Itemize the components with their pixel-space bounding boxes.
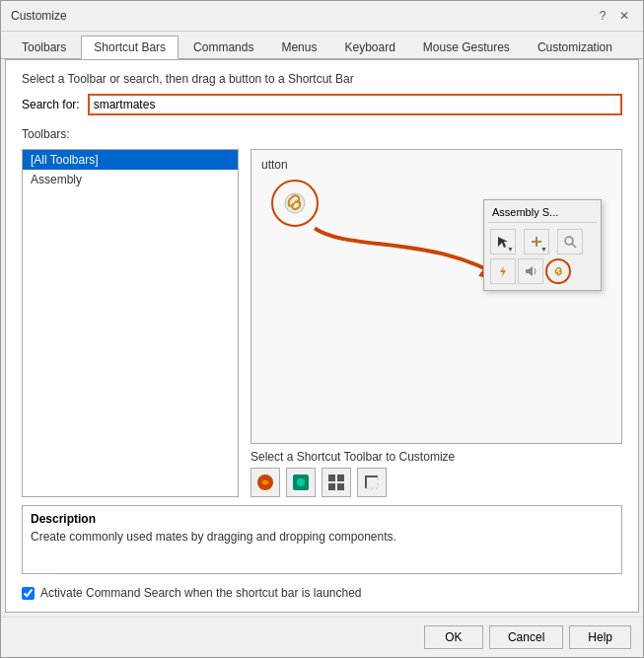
svg-rect-12 bbox=[328, 475, 335, 481]
search-row: Search for: bbox=[22, 94, 622, 115]
toolbars-label: Toolbars: bbox=[22, 127, 622, 141]
assembly-popup: Assembly S... ▼ bbox=[483, 199, 602, 291]
popup-row-2 bbox=[488, 256, 597, 286]
popup-btn-constraint[interactable]: ▼ bbox=[524, 229, 549, 255]
help-footer-button[interactable]: Help bbox=[569, 625, 631, 649]
svg-rect-15 bbox=[337, 483, 344, 490]
tab-keyboard[interactable]: Keyboard bbox=[331, 36, 407, 58]
right-panel: utton bbox=[250, 149, 622, 497]
tab-menus[interactable]: Menus bbox=[268, 36, 329, 58]
search-label: Search for: bbox=[22, 98, 80, 111]
svg-rect-13 bbox=[337, 475, 344, 481]
svg-marker-8 bbox=[500, 266, 506, 277]
popup-row-1: ▼ ▼ bbox=[488, 227, 597, 256]
search-input[interactable] bbox=[88, 94, 622, 115]
help-button[interactable]: ? bbox=[594, 7, 611, 25]
tabs-bar: Toolbars Shortcut Bars Commands Menus Ke… bbox=[1, 32, 643, 59]
dialog-footer: OK Cancel Help bbox=[1, 617, 643, 657]
svg-line-7 bbox=[572, 244, 576, 248]
preview-area: utton bbox=[250, 149, 622, 444]
dialog-title: Customize bbox=[11, 9, 67, 23]
svg-point-11 bbox=[297, 478, 305, 486]
popup-title: Assembly S... bbox=[488, 204, 597, 223]
instruction-text: Select a Toolbar or search, then drag a … bbox=[22, 72, 622, 86]
tab-shortcut-bars[interactable]: Shortcut Bars bbox=[81, 36, 179, 59]
tab-toolbars[interactable]: Toolbars bbox=[9, 36, 79, 58]
popup-btn-search[interactable] bbox=[557, 229, 583, 255]
activate-search-checkbox[interactable] bbox=[22, 587, 35, 600]
cancel-button[interactable]: Cancel bbox=[489, 625, 563, 649]
list-item[interactable]: Assembly bbox=[23, 170, 238, 189]
shortcut-icon-green[interactable] bbox=[286, 468, 316, 497]
tab-customization[interactable]: Customization bbox=[525, 36, 625, 58]
description-text: Create commonly used mates by dragging a… bbox=[31, 530, 613, 544]
title-bar: Customize ? ✕ bbox=[1, 1, 643, 32]
toolbars-list: [All Toolbars] Assembly bbox=[22, 149, 239, 497]
popup-btn-cursor[interactable]: ▼ bbox=[490, 229, 516, 255]
shortcut-icon-orange[interactable] bbox=[250, 468, 280, 497]
smartmates-icon bbox=[280, 188, 310, 218]
customize-dialog: Customize ? ✕ Toolbars Shortcut Bars Com… bbox=[0, 0, 644, 658]
shortcut-select-label: Select a Shortcut Toolbar to Customize bbox=[250, 450, 622, 464]
preview-label: utton bbox=[261, 158, 288, 172]
ok-button[interactable]: OK bbox=[424, 625, 483, 649]
tab-commands[interactable]: Commands bbox=[180, 36, 266, 58]
popup-btn-lightning[interactable] bbox=[490, 258, 516, 284]
title-controls: ? ✕ bbox=[594, 7, 633, 25]
shortcut-icons-row bbox=[250, 468, 622, 497]
popup-btn-speaker[interactable] bbox=[518, 258, 543, 284]
list-item[interactable]: [All Toolbars] bbox=[23, 150, 238, 170]
shortcut-icon-corner[interactable] bbox=[357, 468, 387, 497]
content-area: [All Toolbars] Assembly utton bbox=[22, 149, 622, 497]
description-title: Description bbox=[31, 512, 613, 526]
drag-source-icon bbox=[271, 180, 319, 227]
svg-rect-5 bbox=[536, 237, 537, 247]
checkbox-row: Activate Command Search when the shortcu… bbox=[22, 586, 622, 600]
dialog-body: Select a Toolbar or search, then drag a … bbox=[5, 59, 639, 613]
description-box: Description Create commonly used mates b… bbox=[22, 505, 622, 574]
close-button[interactable]: ✕ bbox=[615, 7, 633, 25]
checkbox-label[interactable]: Activate Command Search when the shortcu… bbox=[40, 586, 362, 600]
shortcut-icon-grid[interactable] bbox=[322, 468, 351, 497]
svg-point-6 bbox=[565, 237, 573, 245]
svg-rect-14 bbox=[328, 483, 335, 490]
tab-mouse-gestures[interactable]: Mouse Gestures bbox=[410, 36, 523, 58]
popup-btn-smartmates-highlighted[interactable] bbox=[545, 258, 571, 284]
